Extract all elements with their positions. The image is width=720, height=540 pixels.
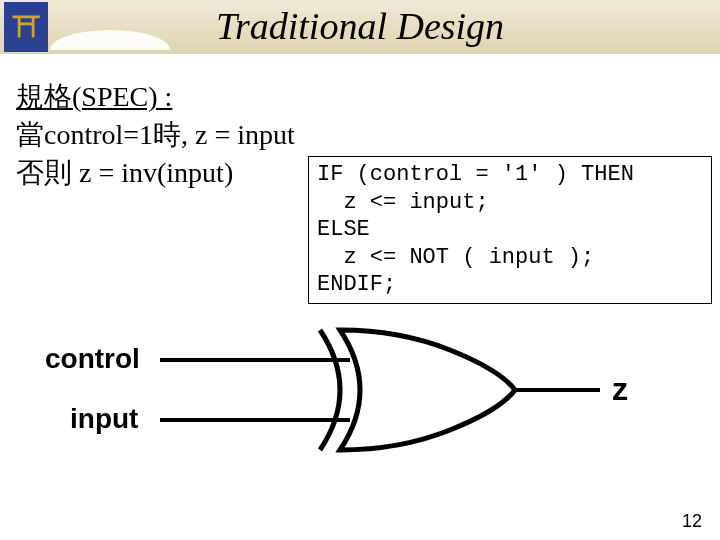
slide-title: Traditional Design [0,4,720,48]
label-output: z [612,371,628,407]
code-box: IF (control = '1' ) THEN z <= input; ELS… [308,156,712,304]
label-control: control [45,343,140,374]
xor-gate-diagram: control input z [40,320,680,480]
code-line-2: z <= input; [317,190,489,215]
label-input: input [70,403,138,434]
spec-text: 規格(SPEC) : 當control=1時, z = input 否則 z =… [16,78,295,191]
spec-heading: 規格(SPEC) : [16,78,295,116]
code-line-1: IF (control = '1' ) THEN [317,162,634,187]
slide-header: ⛩ Traditional Design [0,0,720,60]
code-line-3: ELSE [317,217,370,242]
xor-gate-arc [320,330,340,450]
spec-line-1: 當control=1時, z = input [16,116,295,154]
spec-line-2: 否則 z = inv(input) [16,154,295,192]
code-line-5: ENDIF; [317,272,396,297]
xor-gate-body [340,330,515,450]
page-number: 12 [682,511,702,532]
code-line-4: z <= NOT ( input ); [317,245,594,270]
